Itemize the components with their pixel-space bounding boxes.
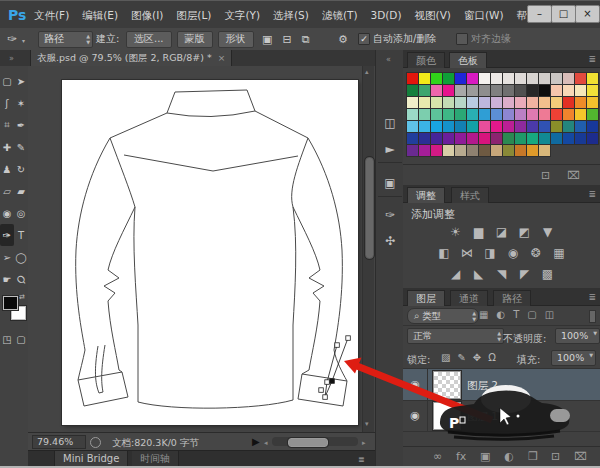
link-layers-icon[interactable]: ∞ [433, 450, 442, 463]
new-group-icon[interactable]: ❒ [528, 450, 538, 463]
scroll-right-icon[interactable]: ▸ [362, 439, 366, 447]
black-white-icon[interactable]: ◨ [482, 246, 498, 261]
layer-visibility-toggle[interactable]: ◉ [403, 369, 428, 400]
layer-row-2[interactable]: ◉图层 1 [403, 400, 600, 432]
threshold-icon[interactable]: ◥ [494, 267, 510, 282]
make-button-0[interactable]: 选区... [126, 31, 172, 48]
tab-color[interactable]: 颜色 [407, 52, 445, 68]
layer-row-1[interactable]: ◉图层 2 [403, 369, 600, 401]
canvas-area[interactable]: ▴ ▾ [28, 66, 375, 432]
tab-channels[interactable]: 通道 [450, 290, 488, 306]
tab-close-icon[interactable]: × [218, 53, 226, 63]
brightness-contrast-icon[interactable]: ☀ [448, 225, 464, 240]
tool-rect-marquee[interactable]: ▢ [0, 70, 14, 92]
filter-smart-object-icon[interactable]: ◫ [545, 308, 554, 322]
filter-adjustment-icon[interactable]: ◐ [496, 308, 505, 322]
tool-quick-mask[interactable]: ◳ [0, 328, 14, 350]
document-size-info[interactable]: 文档:820.3K/0 字节 [112, 437, 199, 450]
gradient-map-icon[interactable]: ◤ [517, 267, 533, 282]
menu-item-6[interactable]: 滤镜(T) [322, 9, 358, 23]
brush-panel-icon[interactable]: ✑ [379, 204, 401, 226]
bottom-panel-menu-icon[interactable]: ≣ [358, 455, 365, 464]
vibrance-icon[interactable]: ▼ [540, 225, 556, 240]
tool-zoom[interactable]: Ϙ [14, 268, 28, 290]
menu-item-4[interactable]: 文字(Y) [224, 9, 260, 23]
tool-eraser[interactable]: ▱ [0, 180, 14, 202]
delete-layer-icon[interactable]: ⌧ [574, 450, 587, 463]
tab-styles[interactable]: 样式 [451, 187, 489, 203]
new-adjustment-icon[interactable]: ◐ [504, 450, 514, 463]
close-button[interactable]: × [575, 5, 600, 23]
curves-icon[interactable]: ◪ [494, 225, 510, 240]
tool-brush[interactable]: ✎ [14, 136, 28, 158]
auto-add-checkbox[interactable]: ✓ [358, 33, 370, 45]
toolbar-collapse-icon[interactable]: » [9, 54, 14, 63]
layer-thumbnail[interactable] [433, 402, 461, 430]
mini-bridge-panel-icon[interactable]: ▣ [379, 172, 401, 194]
tool-type[interactable]: T [14, 224, 28, 246]
make-button-2[interactable]: 形状 [218, 31, 254, 48]
align-edges-checkbox[interactable] [456, 33, 468, 45]
zoom-level-field[interactable]: 79.46% [32, 435, 86, 449]
layer-visibility-toggle[interactable]: ◉ [403, 400, 428, 431]
swatches-panel-menu-icon[interactable]: ≣ [588, 54, 596, 64]
vertical-scroll-thumb[interactable] [365, 157, 374, 259]
tool-eyedropper[interactable]: ✒ [14, 114, 28, 136]
new-swatch-icon[interactable]: ⊡ [541, 169, 550, 182]
tool-healing-brush[interactable]: ✚ [0, 136, 14, 158]
filter-kind-select[interactable]: ⌕ 类型 ▲▼ [407, 308, 479, 324]
layers-panel-menu-icon[interactable]: ≣ [588, 292, 596, 302]
tab-swatches[interactable]: 色板 [449, 52, 487, 68]
lock-pixels-icon[interactable]: ✎ [457, 351, 465, 365]
menu-item-1[interactable]: 编辑(E) [82, 9, 118, 23]
color-lookup-icon[interactable]: ▦ [551, 246, 567, 261]
lock-all-icon[interactable]: Ω [488, 351, 496, 365]
layer-thumbnail[interactable] [433, 371, 461, 399]
menu-item-9[interactable]: 窗口(W) [464, 9, 504, 23]
menu-item-5[interactable]: 选择(S) [273, 9, 309, 23]
filter-type-icon[interactable]: T [513, 308, 519, 322]
exposure-icon[interactable]: ◩ [517, 225, 533, 240]
tool-lasso[interactable]: ʃ [0, 92, 14, 114]
tab-layers[interactable]: 图层 [407, 290, 445, 306]
history-panel-icon[interactable]: ◫ [379, 112, 401, 134]
path-arrange-icon[interactable]: ⧉ [302, 33, 310, 46]
scroll-left-icon[interactable]: ◂ [264, 439, 268, 447]
vertical-scrollbar[interactable]: ▴ ▾ [362, 66, 374, 432]
color-balance-icon[interactable]: ⋈ [459, 246, 475, 261]
horizontal-scroll-thumb[interactable] [288, 438, 328, 447]
menu-item-3[interactable]: 图层(L) [176, 9, 211, 23]
adjustments-panel-menu-icon[interactable]: ≣ [588, 189, 596, 199]
levels-icon[interactable]: ▆ [471, 225, 487, 240]
new-layer-icon[interactable]: ⊡ [551, 450, 560, 463]
scroll-down-icon[interactable]: ▾ [365, 420, 369, 428]
tool-screen-mode[interactable]: ▢ [14, 328, 28, 350]
tab-adjustments[interactable]: 调整 [407, 187, 445, 203]
tool-path-selection[interactable]: ➢ [0, 246, 14, 268]
horizontal-scrollbar[interactable] [272, 437, 358, 446]
tool-hand[interactable]: ☛ [0, 268, 14, 290]
tool-shape[interactable]: ◯ [14, 246, 28, 268]
posterize-icon[interactable]: ◣ [471, 267, 487, 282]
layer-effects-icon[interactable]: fx [456, 450, 466, 463]
tool-magic-wand[interactable]: ✶ [14, 92, 28, 114]
tool-move[interactable]: ➤ [14, 70, 28, 92]
invert-icon[interactable]: ◢ [448, 267, 464, 282]
menu-item-7[interactable]: 3D(D) [370, 9, 401, 23]
blend-mode-select[interactable]: 正常 ▲▼ [407, 328, 504, 344]
opacity-select[interactable]: 100% ▼ [555, 328, 600, 344]
selective-color-icon[interactable]: ▩ [540, 267, 556, 282]
tool-preset-chevron-icon[interactable]: ▾ [22, 37, 25, 44]
hue-saturation-icon[interactable]: ◧ [436, 246, 452, 261]
tab-timeline[interactable]: 时间轴 [132, 451, 179, 466]
tool-history-brush[interactable]: ↻ [14, 158, 28, 180]
lock-transparency-icon[interactable]: ▨ [441, 351, 450, 365]
lock-position-icon[interactable]: ✥ [473, 351, 481, 365]
pen-tool-icon[interactable]: ✑ [7, 32, 17, 46]
tab-mini-bridge[interactable]: Mini Bridge [54, 451, 128, 466]
maximize-button[interactable]: □ [551, 5, 576, 23]
delete-swatch-icon[interactable]: ⌧ [567, 169, 580, 182]
tool-mode-select[interactable]: 路径 ▲▼ [38, 31, 93, 48]
dock-expand-icon[interactable]: « [386, 55, 391, 64]
filter-toggle[interactable] [589, 310, 596, 323]
